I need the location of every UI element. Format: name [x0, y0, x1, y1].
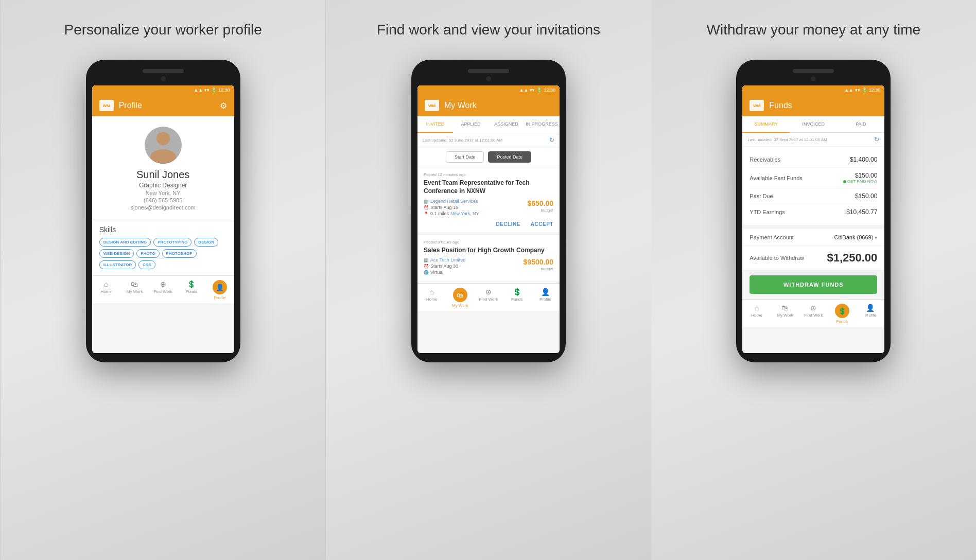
phone-3: ▲▲ ▾▾ 🔋 12:30 WM Funds SUMMARY INVOICED …: [736, 60, 891, 362]
nav-profile-label-2: Profile: [539, 297, 551, 302]
status-icons-1: ▲▲ ▾▾ 🔋 12:30: [194, 87, 230, 93]
avatar: [145, 127, 182, 164]
tab-summary[interactable]: SUMMARY: [742, 116, 790, 133]
phone-screen-3: ▲▲ ▾▾ 🔋 12:30 WM Funds SUMMARY INVOICED …: [742, 85, 884, 353]
time-1: 12:30: [218, 87, 230, 93]
tab-paid[interactable]: PAID: [837, 116, 884, 132]
last-updated-3: Last updated: 02 Sept 2017 at 12:01:00 A…: [747, 137, 827, 142]
decline-btn[interactable]: DECLINE: [496, 221, 520, 227]
funds-tabs: SUMMARY INVOICED PAID: [742, 116, 884, 133]
funds-icon-1: 💲: [187, 280, 196, 288]
price-label-2: budget: [524, 267, 553, 271]
skill-tag: WEB DESIGN: [99, 249, 134, 258]
nav-profile-3[interactable]: 👤 Profile: [856, 300, 884, 327]
nav-profile-1[interactable]: 👤 Profile: [205, 276, 234, 303]
nav-funds-1[interactable]: 💲 Funds: [177, 276, 205, 303]
job-location-2: Virtual: [424, 270, 465, 275]
app-header-1: WM Profile ⚙: [92, 95, 234, 116]
nav-profile-2[interactable]: 👤 Profile: [531, 284, 560, 311]
signal-icon-1: ▲▲: [194, 87, 203, 93]
battery-icon-1: 🔋: [211, 87, 217, 93]
job-starts-2: Starts Aug 30: [424, 264, 465, 269]
job-card-2: Posted 3 hours ago Sales Position for Hi…: [417, 234, 560, 282]
job-posted-2: Posted 3 hours ago: [424, 240, 553, 244]
location-type-2: Virtual: [430, 270, 443, 275]
nav-profile-label-3: Profile: [864, 313, 876, 318]
dropdown-arrow: ▾: [875, 235, 877, 240]
profile-icon-2: 👤: [541, 288, 550, 296]
get-paid-badge[interactable]: GET PAID NOW: [843, 179, 877, 184]
withdraw-row: Available to Withdraw $1,250.00: [742, 246, 884, 270]
skill-tag: DESIGN AND EDITING: [99, 238, 151, 247]
job-details-2: Ace Tech Limited Starts Aug 30 Virtual: [424, 257, 465, 276]
nav-findwork-3[interactable]: ⊕ Find Work: [799, 300, 828, 327]
starts-1: Starts Aug 15: [430, 205, 458, 210]
payment-account-text: CitiBank (0669): [834, 234, 873, 240]
refresh-icon-3[interactable]: ↻: [874, 136, 879, 143]
sort-startdate[interactable]: Start Date: [446, 151, 484, 163]
header-title-1: Profile: [119, 101, 220, 110]
nav-funds-2[interactable]: 💲 Funds: [503, 284, 531, 311]
withdraw-button[interactable]: WITHDRAW FUNDS: [750, 275, 877, 294]
job-price-1: $650.00 budget: [527, 199, 553, 213]
update-bar: Last updated: 02 June 2017 at 12:01:00 A…: [417, 133, 560, 147]
job-company-2: Ace Tech Limited: [424, 257, 465, 262]
signal-icon-3: ▲▲: [844, 87, 853, 93]
funds-divider: [742, 225, 884, 229]
nav-mywork-1[interactable]: 🛍 My Work: [120, 276, 149, 303]
pastdue-value: $150.00: [855, 192, 877, 200]
nav-mywork-2[interactable]: 🛍 My Work: [446, 284, 474, 311]
avatar-body: [150, 149, 176, 164]
app-header-2: WM My Work: [417, 95, 560, 116]
nav-home-label-2: Home: [426, 297, 437, 302]
starts-2: Starts Aug 30: [430, 264, 458, 269]
job-meta-2: Ace Tech Limited Starts Aug 30 Virtual $…: [424, 257, 553, 276]
nav-mywork-3[interactable]: 🛍 My Work: [771, 300, 799, 327]
phone-2: ▲▲ ▾▾ 🔋 12:30 WM My Work INVITED APPLIED…: [411, 60, 566, 362]
clock-icon-2: [424, 264, 429, 269]
tab-invited[interactable]: INVITED: [417, 116, 453, 133]
nav-funds-3[interactable]: 💲 Funds: [828, 300, 856, 327]
phone-speaker-1: [143, 69, 184, 73]
skill-tag: DESIGN: [194, 238, 218, 247]
price-amount-1: $650.00: [527, 199, 553, 207]
funds-icon-active: 💲: [835, 304, 849, 318]
profile-phone: (646) 565-5905: [100, 197, 226, 203]
settings-icon[interactable]: ⚙: [220, 101, 227, 111]
job-company-1: Legend Retail Services: [424, 199, 479, 204]
status-icons-2: ▲▲ ▾▾ 🔋 12:30: [519, 87, 555, 93]
job-starts-1: Starts Aug 15: [424, 205, 479, 210]
status-bar-3: ▲▲ ▾▾ 🔋 12:30: [742, 85, 884, 95]
profile-panel: Personalize your worker profile ▲▲ ▾▾ 🔋 …: [0, 0, 326, 560]
withdraw-label: Available to Withdraw: [750, 255, 804, 261]
profile-icon-3: 👤: [866, 304, 875, 312]
accept-btn[interactable]: ACCEPT: [531, 221, 553, 227]
nav-home-1[interactable]: ⌂ Home: [92, 276, 120, 303]
tab-inprogress[interactable]: IN PROGRESS: [524, 116, 560, 133]
phone-camera-3: [811, 76, 816, 81]
refresh-icon-2[interactable]: ↻: [549, 136, 554, 144]
pastdue-label: Past Due: [750, 193, 773, 199]
nav-findwork-1[interactable]: ⊕ Find Work: [149, 276, 177, 303]
nav-mywork-label-1: My Work: [127, 289, 143, 294]
bottom-nav-3: ⌂ Home 🛍 My Work ⊕ Find Work 💲 Funds 👤: [742, 299, 884, 327]
profile-card: Sunil Jones Graphic Designer New York, N…: [92, 116, 234, 219]
tab-invoiced[interactable]: INVOICED: [790, 116, 837, 132]
skill-tag: PHOTO: [136, 249, 159, 258]
panel-2-title: Find work and view your invitations: [377, 21, 600, 39]
bottom-nav-2: ⌂ Home 🛍 My Work ⊕ Find Work 💲 Funds 👤: [417, 283, 560, 311]
sort-posteddate[interactable]: Posted Date: [488, 151, 531, 163]
time-3: 12:30: [869, 87, 881, 93]
tab-assigned[interactable]: ASSIGNED: [489, 116, 524, 133]
payment-account-value[interactable]: CitiBank (0669) ▾: [834, 234, 877, 240]
profile-email: sjones@designdirect.com: [100, 204, 226, 211]
nav-home-3[interactable]: ⌂ Home: [742, 300, 771, 327]
nav-findwork-2[interactable]: ⊕ Find Work: [474, 284, 502, 311]
fastfunds-label: Available Fast Funds: [750, 175, 803, 181]
nav-mywork-label-3: My Work: [777, 313, 793, 318]
job-location-1: 0.1 miles New York, NY: [424, 211, 479, 216]
nav-home-2[interactable]: ⌂ Home: [417, 284, 446, 311]
tab-applied[interactable]: APPLIED: [453, 116, 489, 133]
fastfunds-row: Available Fast Funds $150.00 GET PAID NO…: [750, 168, 877, 188]
findwork-icon-3: ⊕: [810, 304, 816, 312]
